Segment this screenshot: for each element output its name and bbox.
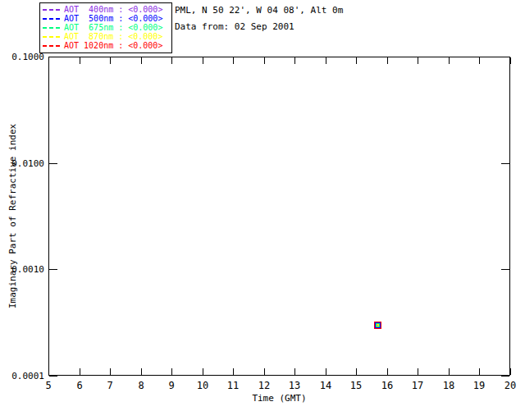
- x-tick-label: 18: [436, 380, 462, 391]
- legend-item: AOT 500nm : <0.000>: [43, 14, 169, 23]
- x-axis-top-tick: [356, 57, 357, 64]
- y-tick-label: 0.0100: [3, 158, 44, 169]
- x-axis-top-tick: [171, 57, 172, 64]
- x-axis-major-tick: [48, 368, 49, 375]
- legend-item: AOT 675nm : <0.000>: [43, 23, 169, 32]
- data-point-marker: [377, 325, 378, 326]
- y-axis-right-tick: [501, 163, 509, 164]
- x-tick-label: 10: [189, 380, 216, 391]
- y-tick-label: 0.1000: [3, 52, 44, 62]
- x-axis-top-tick: [294, 57, 295, 64]
- x-axis-major-tick: [449, 368, 450, 375]
- x-axis-major-tick: [479, 368, 480, 375]
- x-axis-major-tick: [418, 368, 418, 375]
- y-axis-right-tick: [501, 269, 509, 270]
- x-tick-label: 5: [35, 380, 62, 391]
- x-axis-top-tick: [48, 57, 49, 64]
- y-axis-major-tick: [49, 376, 57, 377]
- legend-item: AOT 870nm : <0.000>: [43, 32, 169, 41]
- x-tick-label: 13: [281, 380, 308, 391]
- legend-dash-line-icon: [43, 18, 60, 20]
- x-tick-label: 6: [66, 380, 93, 391]
- y-tick-label: 0.0001: [3, 371, 44, 381]
- x-tick-label: 7: [97, 380, 123, 391]
- x-axis-top-tick: [141, 57, 142, 64]
- x-axis-top-tick: [387, 57, 388, 64]
- legend-item-label: AOT 870nm : <0.000>: [64, 32, 162, 41]
- x-tick-label: 17: [404, 380, 431, 391]
- x-axis-major-tick: [387, 368, 388, 375]
- y-axis-major-tick: [49, 269, 57, 270]
- plot-frame: [48, 57, 510, 376]
- site-location-text: PML, N 50 22', W 04 08', Alt 0m: [175, 5, 343, 16]
- legend-item: AOT 1020nm : <0.000>: [43, 41, 169, 50]
- x-axis-major-tick: [80, 368, 80, 375]
- x-axis-major-tick: [141, 368, 142, 375]
- x-axis-major-tick: [510, 368, 511, 375]
- x-tick-label: 16: [374, 380, 400, 391]
- x-axis-top-tick: [264, 57, 265, 64]
- legend-item-label: AOT 400nm : <0.000>: [64, 5, 162, 14]
- y-axis-right-tick: [501, 57, 509, 57]
- x-tick-label: 14: [313, 380, 339, 391]
- legend-box: AOT 400nm : <0.000>AOT 500nm : <0.000>AO…: [39, 2, 172, 53]
- x-axis-major-tick: [356, 368, 357, 375]
- legend-dash-line-icon: [43, 9, 60, 11]
- x-axis-top-tick: [449, 57, 450, 64]
- legend-item-label: AOT 1020nm : <0.000>: [64, 41, 162, 50]
- x-tick-label: 8: [128, 380, 154, 391]
- x-axis-top-tick: [326, 57, 326, 64]
- x-axis-top-tick: [418, 57, 418, 64]
- x-tick-label: 15: [343, 380, 369, 391]
- x-axis-major-tick: [110, 368, 111, 375]
- y-axis-title: Imaginary Part of Refractive index: [7, 57, 18, 376]
- legend-dash-line-icon: [43, 36, 60, 38]
- x-axis-top-tick: [203, 57, 203, 64]
- x-axis-title: Time (GMT): [48, 393, 510, 404]
- aeronet-plot-canvas: AOT 400nm : <0.000>AOT 500nm : <0.000>AO…: [0, 0, 525, 420]
- y-tick-label: 0.0010: [3, 264, 44, 275]
- x-axis-top-tick: [233, 57, 234, 64]
- x-axis-top-tick: [110, 57, 111, 64]
- y-axis-major-tick: [49, 57, 57, 57]
- legend-item-label: AOT 675nm : <0.000>: [64, 23, 162, 32]
- x-axis-top-tick: [80, 57, 80, 64]
- y-axis-major-tick: [49, 163, 57, 164]
- x-axis-top-tick: [479, 57, 480, 64]
- legend-dash-line-icon: [43, 45, 60, 47]
- x-axis-major-tick: [233, 368, 234, 375]
- x-tick-label: 11: [220, 380, 246, 391]
- x-tick-label: 20: [497, 380, 523, 391]
- x-axis-major-tick: [326, 368, 326, 375]
- x-axis-major-tick: [264, 368, 265, 375]
- legend-item: AOT 400nm : <0.000>: [43, 5, 169, 14]
- data-date-text: Data from: 02 Sep 2001: [175, 21, 294, 32]
- x-axis-major-tick: [203, 368, 203, 375]
- legend-dash-line-icon: [43, 27, 60, 29]
- x-tick-label: 12: [251, 380, 277, 391]
- x-tick-label: 19: [466, 380, 492, 391]
- x-axis-top-tick: [510, 57, 511, 64]
- y-axis-right-tick: [501, 376, 509, 377]
- x-axis-major-tick: [294, 368, 295, 375]
- legend-item-label: AOT 500nm : <0.000>: [64, 14, 162, 23]
- x-tick-label: 9: [158, 380, 185, 391]
- x-axis-major-tick: [171, 368, 172, 375]
